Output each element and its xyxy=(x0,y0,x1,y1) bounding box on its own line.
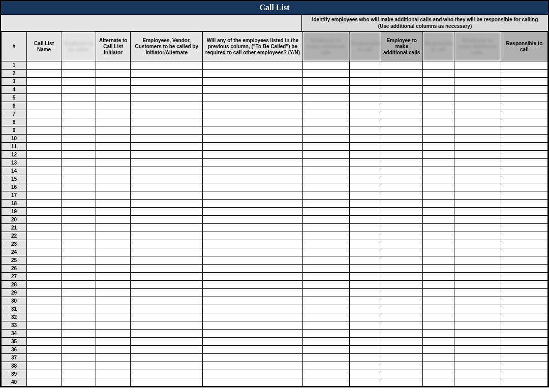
table-cell[interactable] xyxy=(96,248,131,256)
table-cell[interactable] xyxy=(27,208,62,216)
table-cell[interactable] xyxy=(302,200,349,208)
table-cell[interactable] xyxy=(96,297,131,305)
table-cell[interactable] xyxy=(96,281,131,289)
table-cell[interactable] xyxy=(27,191,62,200)
table-cell[interactable] xyxy=(349,86,381,94)
table-cell[interactable] xyxy=(454,102,501,110)
table-cell[interactable] xyxy=(454,167,501,175)
table-cell[interactable] xyxy=(302,61,349,70)
table-cell[interactable] xyxy=(501,86,547,94)
table-cell[interactable] xyxy=(422,240,454,248)
table-cell[interactable] xyxy=(302,256,349,265)
table-cell[interactable] xyxy=(381,102,422,110)
table-cell[interactable] xyxy=(381,362,422,370)
table-cell[interactable] xyxy=(381,321,422,330)
table-cell[interactable] xyxy=(302,224,349,232)
table-cell[interactable] xyxy=(349,370,381,378)
table-cell[interactable] xyxy=(422,151,454,159)
table-cell[interactable] xyxy=(501,159,547,167)
table-cell[interactable] xyxy=(131,346,203,354)
table-cell[interactable] xyxy=(381,110,422,118)
table-cell[interactable] xyxy=(96,313,131,321)
table-cell[interactable] xyxy=(62,281,96,289)
table-cell[interactable] xyxy=(422,354,454,362)
table-cell[interactable] xyxy=(27,159,62,167)
table-cell[interactable] xyxy=(27,256,62,265)
table-cell[interactable] xyxy=(131,256,203,265)
table-cell[interactable] xyxy=(381,70,422,78)
table-cell[interactable] xyxy=(454,297,501,305)
table-cell[interactable] xyxy=(422,338,454,346)
table-cell[interactable] xyxy=(203,232,302,240)
table-cell[interactable] xyxy=(501,273,547,281)
table-cell[interactable] xyxy=(96,191,131,200)
table-cell[interactable] xyxy=(302,135,349,143)
table-cell[interactable] xyxy=(131,321,203,330)
table-cell[interactable] xyxy=(131,200,203,208)
table-cell[interactable] xyxy=(27,224,62,232)
table-cell[interactable] xyxy=(349,143,381,151)
table-cell[interactable] xyxy=(131,86,203,94)
table-cell[interactable] xyxy=(27,265,62,273)
table-cell[interactable] xyxy=(203,370,302,378)
table-cell[interactable] xyxy=(381,346,422,354)
table-cell[interactable] xyxy=(349,256,381,265)
table-cell[interactable] xyxy=(381,313,422,321)
table-cell[interactable] xyxy=(501,110,547,118)
table-cell[interactable] xyxy=(422,289,454,297)
table-cell[interactable] xyxy=(422,102,454,110)
table-cell[interactable] xyxy=(349,78,381,86)
table-cell[interactable] xyxy=(27,232,62,240)
table-cell[interactable] xyxy=(422,232,454,240)
table-cell[interactable] xyxy=(422,135,454,143)
table-cell[interactable] xyxy=(381,330,422,338)
table-cell[interactable] xyxy=(96,378,131,386)
table-cell[interactable] xyxy=(422,208,454,216)
table-cell[interactable] xyxy=(62,143,96,151)
table-cell[interactable] xyxy=(96,370,131,378)
table-cell[interactable] xyxy=(349,354,381,362)
table-cell[interactable] xyxy=(96,354,131,362)
table-cell[interactable] xyxy=(454,135,501,143)
table-cell[interactable] xyxy=(501,61,547,70)
table-cell[interactable] xyxy=(454,118,501,126)
table-cell[interactable] xyxy=(96,94,131,102)
table-cell[interactable] xyxy=(454,110,501,118)
table-cell[interactable] xyxy=(381,94,422,102)
table-cell[interactable] xyxy=(349,126,381,135)
table-cell[interactable] xyxy=(96,362,131,370)
table-cell[interactable] xyxy=(501,135,547,143)
table-cell[interactable] xyxy=(422,159,454,167)
table-cell[interactable] xyxy=(131,78,203,86)
table-cell[interactable] xyxy=(381,378,422,386)
table-cell[interactable] xyxy=(302,110,349,118)
table-cell[interactable] xyxy=(501,143,547,151)
table-cell[interactable] xyxy=(422,167,454,175)
table-cell[interactable] xyxy=(203,378,302,386)
table-cell[interactable] xyxy=(131,297,203,305)
table-cell[interactable] xyxy=(381,289,422,297)
table-cell[interactable] xyxy=(381,224,422,232)
table-cell[interactable] xyxy=(62,330,96,338)
table-cell[interactable] xyxy=(27,126,62,135)
table-cell[interactable] xyxy=(454,362,501,370)
table-cell[interactable] xyxy=(131,208,203,216)
table-cell[interactable] xyxy=(203,330,302,338)
table-cell[interactable] xyxy=(203,240,302,248)
table-cell[interactable] xyxy=(381,354,422,362)
table-cell[interactable] xyxy=(203,338,302,346)
table-cell[interactable] xyxy=(131,338,203,346)
table-cell[interactable] xyxy=(381,281,422,289)
table-cell[interactable] xyxy=(62,338,96,346)
table-cell[interactable] xyxy=(501,167,547,175)
table-cell[interactable] xyxy=(96,273,131,281)
table-cell[interactable] xyxy=(131,232,203,240)
table-cell[interactable] xyxy=(381,78,422,86)
table-cell[interactable] xyxy=(454,183,501,191)
table-cell[interactable] xyxy=(422,224,454,232)
table-cell[interactable] xyxy=(501,118,547,126)
table-cell[interactable] xyxy=(203,321,302,330)
table-cell[interactable] xyxy=(62,61,96,70)
table-cell[interactable] xyxy=(381,159,422,167)
table-cell[interactable] xyxy=(203,354,302,362)
